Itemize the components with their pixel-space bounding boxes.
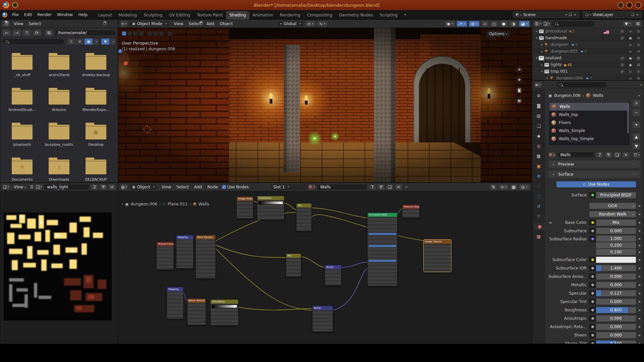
shader-node[interactable]: Mapping [176,235,194,268]
property-slider[interactable]: 0.000 [596,332,636,338]
unlink-material-icon[interactable]: × [395,184,402,190]
menu-item[interactable]: Help [75,12,90,18]
material-slot[interactable]: Walls_top_Simple [549,135,630,143]
path-field[interactable]: /home/amalie/ [55,30,116,36]
xray-toggle[interactable]: ▱ [481,21,489,27]
pin-icon[interactable]: ⌖ [638,93,640,98]
slot-move-up-button[interactable]: ▲ [632,133,640,140]
fake-user-shield-icon[interactable]: ⛨ [100,184,107,190]
back-icon[interactable]: ‹ [122,202,123,206]
menu-item[interactable]: Window [54,12,75,18]
menu-item[interactable]: Node [205,184,220,190]
workspace-tab[interactable]: Layout [95,11,115,19]
pin-icon[interactable]: ⌖ [565,13,567,17]
render-camera-toggle[interactable] [636,56,641,60]
workspace-tab[interactable]: Sculpting [140,11,166,19]
subsurface-color-swatch[interactable] [596,257,636,263]
property-slider[interactable]: 0.800 [596,307,636,313]
expand-arrow[interactable]: ▸ [545,76,550,80]
outliner-row[interactable]: ▸ dungeon.003 ◆ ▽ [532,48,644,55]
outliner-row[interactable]: ▾ tmp.001 ◆ ▽ [532,68,644,75]
preview-panel-header[interactable]: ▸Preview∷∷ [548,161,640,168]
keyframe-dot[interactable] [639,301,640,303]
folder-item[interactable]: acers3fand [41,55,77,77]
image-users-count[interactable]: 2 [91,184,98,190]
snap-magnet-icon[interactable]: ∩ [305,21,316,27]
expand-arrow[interactable]: ▸ [540,43,544,46]
slot-move-down-button[interactable]: ▼ [632,142,640,150]
breadcrumb-object[interactable]: dungeon.006 [554,93,581,98]
properties-search-input[interactable] [556,81,607,88]
menu-item[interactable]: Render [35,12,54,18]
image-view-menu[interactable]: View [11,184,29,190]
checkbox-toggle[interactable] [620,56,625,60]
outliner-row[interactable]: ▾ realized ◆ ▽ [532,55,644,61]
property-slider[interactable]: 0.000 [596,324,636,330]
keyframe-dot[interactable] [639,259,640,261]
render-camera-toggle[interactable] [636,43,641,47]
blender-menu-icon[interactable] [2,12,7,17]
surface-panel-header[interactable]: ▾Surface∷∷ [548,171,640,178]
properties-tab[interactable]: ◆ [534,132,544,139]
breadcrumb-material[interactable]: Walls [199,202,209,206]
checkbox-toggle[interactable] [620,76,625,80]
visibility-eye-toggle[interactable] [628,43,633,47]
menu-item[interactable]: Edit [21,12,35,18]
outliner-display-mode[interactable]: ❏ [543,21,550,27]
editor-type-shader[interactable]: ◍ [120,184,128,190]
radius-z-field[interactable]: 0.100 [596,249,636,255]
keyframe-dot[interactable] [639,293,640,294]
outliner-row[interactable]: ▾ handmade ◆ ▽ [532,35,644,41]
folder-item[interactable]: anakey-backup [77,55,114,77]
checkbox-toggle[interactable] [620,29,625,33]
visibility-eye-toggle[interactable] [628,70,633,73]
workspace-tab[interactable]: Scripting [376,11,401,19]
colorramp-gradient[interactable] [212,305,237,308]
properties-tab[interactable]: ◍ [534,142,544,149]
properties-tab[interactable]: ● [534,223,545,230]
material-slot[interactable]: Floors [549,119,630,127]
properties-tab[interactable]: ⚙ [534,92,544,99]
properties-tab[interactable]: ↺ [534,203,544,210]
node-header[interactable]: Texture Coordinate [157,242,173,246]
menu-item[interactable]: View [171,21,186,27]
tool-toggle[interactable] [139,31,144,36]
gizmo-toggle[interactable]: ↗ [457,21,467,27]
editor-type-properties[interactable]: ≡ [534,82,542,88]
properties-tab[interactable]: ∴ [534,183,544,190]
keyframe-dot[interactable] [639,238,640,240]
node-header[interactable]: Mix [297,203,311,207]
pin-icon[interactable]: ⌖ [406,185,408,189]
slot-specials-dropdown[interactable]: ▾ [632,121,640,128]
shader-node[interactable]: Bump [325,265,341,286]
keyframe-dot[interactable] [639,222,640,224]
node-header[interactable]: Principled BSDF [368,213,397,217]
expand-arrow[interactable]: ▸ [540,63,544,66]
slot-selector[interactable]: Slot 1 [270,184,307,190]
visibility-eye-toggle[interactable] [628,63,633,67]
property-slider[interactable]: 0.000 [596,299,636,305]
render-camera-toggle[interactable] [636,76,641,80]
fake-user-shield-icon[interactable]: ⛨ [605,152,612,158]
workspace-tab[interactable]: Rendering [276,11,304,19]
display-size-dropdown[interactable] [93,38,99,45]
shader-node[interactable]: Mapping [167,287,183,319]
render-camera-toggle[interactable] [636,29,641,33]
node-header[interactable]: Mapping [176,235,193,239]
filter-toggle-button[interactable]: ▼ [101,38,110,45]
remove-slot-button[interactable]: − [632,109,640,116]
keyframe-dot[interactable] [639,267,640,269]
fake-user-shield-icon[interactable]: ⛨ [377,184,385,190]
slot-scrollbar[interactable] [627,104,629,133]
menu-item[interactable]: File [9,12,21,18]
keyframe-dot[interactable] [639,335,640,336]
menu-item[interactable]: Select [26,21,44,27]
shader-node[interactable]: Brick Texture [196,235,216,279]
visibility-eye-toggle[interactable] [628,56,633,60]
folder-item[interactable]: BlenderExpo... [77,90,114,112]
new-collection-button[interactable]: ⊞ [634,21,642,27]
distribution-dropdown[interactable]: GGX [589,203,636,209]
node-header[interactable]: Mix [286,254,301,258]
checkbox-toggle[interactable] [620,50,625,53]
forward-button[interactable]: → [12,29,21,36]
